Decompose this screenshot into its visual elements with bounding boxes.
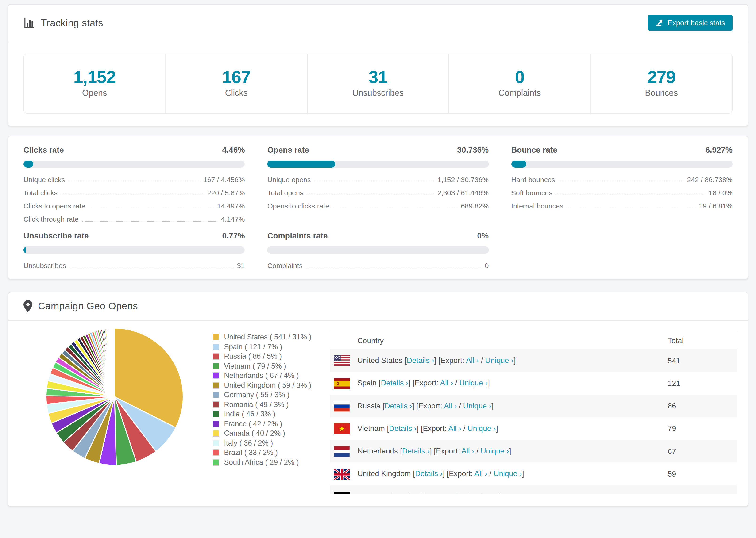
legend-item: Romania ( 49 / 3% ) [213, 400, 311, 409]
detail-label: Complaints [267, 261, 303, 269]
details-link[interactable]: Details › [415, 470, 443, 478]
legend-item: France ( 42 / 2% ) [213, 419, 311, 429]
legend-label: India ( 46 / 3% ) [224, 410, 275, 418]
bracket: ] [488, 379, 490, 387]
detail-value: 242 / 86.738% [687, 176, 733, 184]
legend-swatch-icon [213, 372, 219, 379]
detail-value: 1,152 / 30.736% [437, 176, 489, 184]
bracket: ] [Export: [416, 424, 448, 432]
stat-value: 1,152 [24, 67, 165, 88]
slash: / [474, 447, 481, 455]
geo-table-wrap: Country Total United States [Details ›] … [330, 332, 737, 494]
export-all-link[interactable]: All › [444, 402, 457, 409]
export-unique-link[interactable]: Unique › [471, 492, 499, 494]
detail-value: 31 [237, 261, 244, 269]
table-row-us: United States [Details ›] [Export: All ›… [330, 349, 737, 372]
details-link[interactable]: Details › [406, 356, 434, 364]
export-basic-stats-button[interactable]: Export basic stats [648, 15, 732, 30]
table-row-ru: Russia [Details ›] [Export: All › / Uniq… [330, 395, 737, 417]
bracket: ] [491, 402, 494, 409]
stat-card-clicks: 167 Clicks [165, 54, 307, 113]
export-all-link[interactable]: All › [461, 447, 474, 455]
country-total: 59 [668, 463, 737, 485]
bracket: ] [Export: [430, 447, 461, 455]
dotted-leader [307, 195, 434, 195]
detail-label: Clicks to opens rate [24, 202, 85, 210]
rate-details: Hard bounces 242 / 86.738% Soft bounces … [511, 176, 732, 210]
export-all-link[interactable]: All › [440, 379, 453, 387]
bracket: [ [391, 492, 393, 494]
stat-label: Complaints [449, 88, 590, 98]
detail-label: Unique opens [267, 176, 311, 184]
export-all-link[interactable]: All › [474, 470, 487, 478]
export-unique-link[interactable]: Unique › [494, 470, 522, 478]
rate-details: Unique clicks 167 / 4.456% Total clicks … [24, 176, 245, 223]
legend-swatch-icon [213, 411, 219, 418]
dotted-leader [558, 182, 684, 182]
export-all-link[interactable]: All › [452, 492, 465, 494]
bracket: ] [Export: [443, 470, 474, 478]
export-unique-link[interactable]: Unique › [459, 379, 488, 387]
legend-swatch-icon [213, 450, 219, 456]
bracket: ] [Export: [420, 492, 452, 494]
rate-head: Complaints rate 0% [267, 232, 489, 241]
slash: / [487, 470, 494, 478]
legend-swatch-icon [213, 430, 219, 437]
geo-table: Country Total United States [Details ›] … [330, 332, 737, 494]
table-row-es: Spain [Details ›] [Export: All › / Uniqu… [330, 372, 737, 395]
slash: / [461, 424, 468, 432]
legend-item: Brazil ( 33 / 2% ) [213, 448, 311, 457]
legend-swatch-icon [213, 344, 219, 350]
table-row-gb: United Kingdom [Details ›] [Export: All … [330, 463, 737, 485]
rate-block-bounce: Bounce rate 6.927% Hard bounces 242 / 86… [511, 145, 732, 223]
export-unique-link[interactable]: Unique › [481, 447, 509, 455]
detail-row: Opens to clicks rate 689.82% [267, 202, 489, 210]
rate-title: Unsubscribe rate [24, 232, 89, 241]
dotted-leader [556, 195, 705, 195]
legend-swatch-icon [213, 392, 219, 398]
export-unique-link[interactable]: Unique › [467, 424, 496, 432]
bracket: ] [522, 470, 524, 478]
rate-block-clicks: Clicks rate 4.46% Unique clicks 167 / 4.… [24, 145, 245, 223]
detail-value: 18 / 0% [709, 189, 732, 197]
stat-label: Clicks [166, 88, 307, 98]
geo-title: Campaign Geo Opens [38, 300, 138, 312]
stat-value: 0 [449, 67, 590, 88]
details-link[interactable]: Details › [385, 402, 412, 409]
detail-value: 167 / 4.456% [203, 176, 245, 184]
stat-value: 167 [166, 67, 307, 88]
details-link[interactable]: Details › [402, 447, 430, 455]
details-link[interactable]: Details › [381, 379, 408, 387]
page-title: Tracking stats [41, 17, 103, 28]
details-link[interactable]: Details › [389, 424, 416, 432]
export-all-link[interactable]: All › [448, 424, 461, 432]
legend-item: Germany ( 55 / 3% ) [213, 390, 311, 400]
geo-legend: United States ( 541 / 31% ) Spain ( 121 … [213, 332, 311, 494]
bracket: [ [382, 402, 385, 409]
export-icon [655, 19, 663, 27]
legend-label: France ( 42 / 2% ) [224, 420, 282, 428]
legend-item: Italy ( 36 / 2% ) [213, 438, 311, 448]
detail-label: Hard bounces [511, 176, 555, 184]
export-unique-link[interactable]: Unique › [485, 356, 514, 364]
legend-label: South Africa ( 29 / 2% ) [224, 458, 299, 467]
tracking-stats-card: Tracking stats Export basic stats 1,152 … [8, 4, 748, 126]
rate-block-opens: Opens rate 30.736% Unique opens 1,152 / … [267, 145, 489, 223]
detail-row: Internal bounces 19 / 6.81% [511, 202, 732, 210]
stat-label: Opens [24, 88, 165, 98]
export-unique-link[interactable]: Unique › [463, 402, 491, 409]
table-row-de: Germany [Details ›] [Export: All › / Uni… [330, 485, 737, 494]
legend-item: Vietnam ( 79 / 5% ) [213, 361, 311, 371]
details-link[interactable]: Details › [393, 492, 420, 494]
bracket: ] [509, 447, 511, 455]
country-total: 67 [668, 440, 737, 463]
detail-value: 4.147% [221, 215, 245, 223]
rate-details: Unique opens 1,152 / 30.736% Total opens… [267, 176, 489, 210]
progress-track [24, 161, 245, 168]
stat-label: Unsubscribes [307, 88, 449, 98]
legend-label: Brazil ( 33 / 2% ) [224, 449, 278, 457]
detail-row: Complaints 0 [267, 261, 489, 269]
dotted-leader [70, 268, 234, 268]
legend-label: Vietnam ( 79 / 5% ) [224, 362, 286, 370]
export-all-link[interactable]: All › [466, 356, 479, 364]
